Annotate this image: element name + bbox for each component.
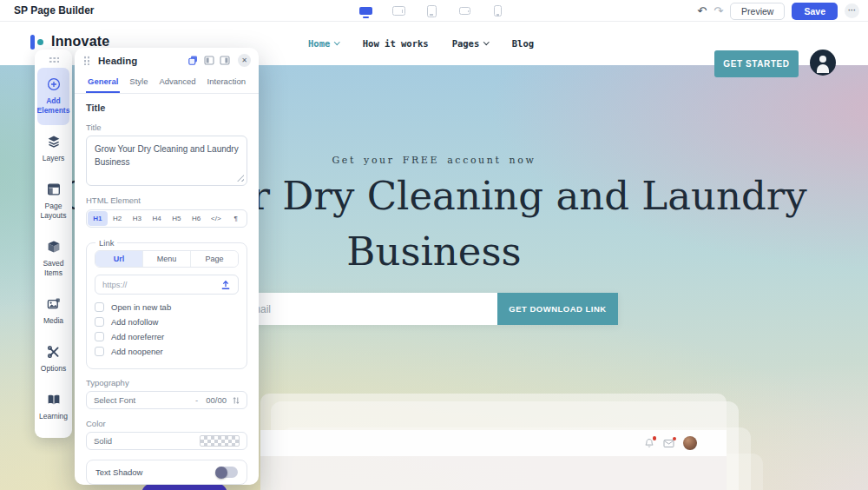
link-options: Open in new tab Add nofollow Add norefer… (95, 302, 239, 356)
title-textarea[interactable]: Grow Your Dry Cleaning and Laundry Busin… (86, 136, 247, 186)
site-nav-links: Home How it works Pages Blog (308, 22, 534, 65)
device-mobile-landscape-icon[interactable] (457, 3, 472, 19)
panel-drag-handle-icon[interactable] (83, 56, 90, 65)
nav-item-pages[interactable]: Pages (452, 38, 489, 49)
html-option-h2[interactable]: H2 (108, 211, 128, 226)
notification-dot (653, 436, 657, 440)
get-download-link-button[interactable]: GET DOWNLOAD LINK (497, 293, 618, 325)
notification-dot (673, 437, 677, 441)
html-option-h1[interactable]: H1 (88, 211, 108, 226)
tab-style[interactable]: Style (128, 71, 149, 93)
typography-label: Typography (86, 378, 247, 387)
upload-icon[interactable] (220, 280, 231, 290)
text-shadow-row: Text Shadow (86, 460, 247, 485)
sidebar-item-add-elements[interactable]: Add Elements (37, 68, 69, 125)
bell-icon (644, 438, 654, 448)
html-option-paragraph[interactable]: ¶ (226, 211, 246, 226)
link-section: Link Url Menu Page Open in new tab (86, 238, 247, 369)
device-tablet-landscape-icon[interactable] (391, 3, 406, 19)
signup-form: GET DOWNLOAD LINK (233, 293, 618, 325)
link-legend: Link (95, 238, 117, 248)
dock-left-icon[interactable] (204, 56, 214, 65)
text-shadow-label: Text Shadow (95, 467, 215, 477)
mockup-avatar (683, 436, 697, 450)
checkbox-icon (95, 302, 104, 312)
checkbox-nofollow[interactable]: Add nofollow (95, 317, 239, 327)
html-option-h3[interactable]: H3 (128, 211, 148, 226)
url-input-row (95, 275, 239, 295)
tab-general[interactable]: General (86, 71, 120, 93)
layout-icon (46, 182, 62, 197)
chevron-down-icon (483, 39, 489, 44)
user-avatar[interactable] (810, 50, 836, 76)
mockup-topbar (260, 430, 727, 456)
more-options-button[interactable]: ··· (845, 3, 859, 18)
builder-topbar: SP Page Builder ↶ ↷ Preview Save ··· (0, 0, 868, 22)
image-icon (46, 296, 62, 312)
html-option-h5[interactable]: H5 (167, 211, 187, 226)
link-tab-menu[interactable]: Menu (143, 251, 191, 267)
get-started-button[interactable]: GET STARTED (714, 50, 799, 77)
chevron-down-icon (334, 39, 339, 44)
color-row[interactable]: Solid (86, 432, 247, 450)
sidebar-item-saved-items[interactable]: Saved Items (35, 230, 72, 288)
duplicate-icon[interactable] (187, 55, 199, 66)
sort-arrows-icon[interactable] (233, 396, 240, 405)
color-label: Color (86, 419, 247, 428)
undo-icon[interactable]: ↶ (697, 5, 707, 17)
sidebar-item-layers[interactable]: Layers (35, 125, 72, 173)
device-tablet-portrait-icon[interactable] (424, 3, 439, 19)
panel-title: Heading (98, 56, 187, 66)
dock-right-icon[interactable] (220, 56, 230, 65)
checkbox-icon (95, 347, 104, 356)
html-option-code[interactable]: </> (207, 211, 227, 226)
logo-dot-icon (37, 39, 43, 45)
avatar-person-icon (819, 56, 826, 63)
email-field[interactable] (233, 293, 497, 325)
close-icon[interactable]: ✕ (238, 54, 251, 67)
sidebar-item-options[interactable]: Options (35, 335, 72, 383)
device-mobile-portrait-icon[interactable] (490, 3, 505, 19)
font-select[interactable]: Select Font (94, 395, 195, 405)
font-size-value[interactable]: 00/00 (206, 395, 227, 405)
html-option-h4[interactable]: H4 (147, 211, 167, 226)
topbar-actions: ↶ ↷ Preview Save ··· (697, 0, 859, 22)
link-tab-page[interactable]: Page (191, 251, 238, 267)
checkbox-open-new-tab[interactable]: Open in new tab (95, 302, 239, 312)
section-heading-title: Title (86, 103, 247, 113)
redo-icon[interactable]: ↷ (713, 5, 723, 17)
sidebar-item-page-layouts[interactable]: Page Layouts (35, 173, 72, 230)
tab-advanced[interactable]: Advanced (157, 71, 197, 93)
tools-icon (46, 344, 62, 360)
device-desktop-icon[interactable] (358, 3, 373, 19)
page-builder-app: SP Page Builder ↶ ↷ Preview Save ··· Inn… (0, 0, 868, 490)
typography-row[interactable]: Select Font - 00/00 (86, 391, 247, 409)
color-swatch[interactable] (200, 435, 240, 447)
sidebar-item-media[interactable]: Media (35, 288, 72, 335)
text-shadow-toggle[interactable] (215, 467, 238, 478)
nav-item-home[interactable]: Home (308, 38, 339, 49)
builder-sidebar: Add Elements Layers Page Layouts Saved I… (35, 50, 72, 438)
plus-circle-icon (46, 76, 62, 92)
checkbox-noopener[interactable]: Add noopener (95, 347, 239, 356)
tab-interaction[interactable]: Interaction (206, 71, 247, 93)
app-title: SP Page Builder (14, 4, 94, 17)
box-icon (46, 239, 62, 255)
link-tab-url[interactable]: Url (95, 251, 143, 267)
checkbox-noreferrer[interactable]: Add noreferrer (95, 332, 239, 341)
layers-icon (46, 134, 62, 149)
sidebar-drag-handle-icon[interactable] (49, 56, 59, 63)
html-option-h6[interactable]: H6 (187, 211, 207, 226)
color-mode[interactable]: Solid (94, 436, 200, 446)
save-button[interactable]: Save (792, 3, 838, 20)
sidebar-item-learning[interactable]: Learning (35, 383, 72, 431)
nav-item-blog[interactable]: Blog (512, 38, 534, 49)
link-type-tabs: Url Menu Page (95, 250, 239, 268)
nav-item-how-it-works[interactable]: How it works (363, 38, 429, 49)
title-field-label: Title (86, 122, 247, 132)
heading-settings-panel: Heading ✕ General Style Advanced Interac… (75, 48, 259, 485)
checkbox-icon (95, 332, 104, 341)
preview-button[interactable]: Preview (730, 3, 785, 20)
url-input[interactable] (102, 280, 220, 289)
mail-icon (663, 439, 674, 448)
